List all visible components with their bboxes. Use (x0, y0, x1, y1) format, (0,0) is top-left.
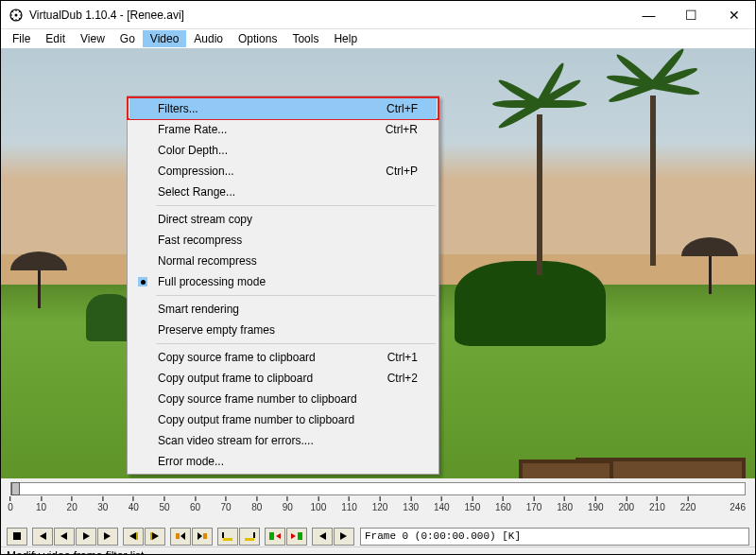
menu-view[interactable]: View (73, 30, 112, 47)
ruler-tick: 190 (588, 496, 604, 512)
seek-start-icon (36, 530, 49, 542)
menuitem-color-depth[interactable]: Color Depth... (129, 140, 437, 161)
timeline-thumb[interactable] (11, 482, 20, 495)
prev-key-button[interactable] (123, 528, 144, 546)
menuitem-label: Normal recompress (158, 254, 257, 268)
ruler-tick: 100 (311, 496, 327, 512)
seek-end-icon (101, 530, 114, 542)
ruler-tick: 10 (36, 496, 46, 512)
prev-drop-icon (316, 530, 329, 542)
menu-go[interactable]: Go (112, 30, 143, 47)
video-preview-area: Filters...Ctrl+FFrame Rate...Ctrl+RColor… (1, 48, 755, 478)
menubar: FileEditViewGoVideoAudioOptionsToolsHelp (1, 29, 755, 48)
menuitem-label: Error mode... (158, 455, 224, 468)
prev-scene-icon (174, 530, 187, 542)
close-button[interactable]: ✕ (713, 1, 755, 28)
menuitem-preserve-empty-frames[interactable]: Preserve empty frames (129, 320, 437, 340)
menuitem-filters[interactable]: Filters...Ctrl+F (129, 98, 437, 119)
prev-drop-button[interactable] (312, 528, 333, 546)
titlebar: VirtualDub 1.10.4 - [Renee.avi] — ☐ ✕ (1, 1, 755, 29)
next-key-button[interactable] (145, 528, 165, 546)
svg-point-1 (15, 13, 18, 16)
mark-in-button[interactable] (217, 528, 238, 546)
next-scene-icon (196, 530, 209, 542)
ruler-tick: 220 (680, 496, 696, 512)
svg-rect-10 (298, 532, 302, 540)
menuitem-label: Smart rendering (158, 303, 239, 316)
menuitem-scan-video-stream-for-errors[interactable]: Scan video stream for errors.... (129, 430, 437, 451)
video-menu-dropdown: Filters...Ctrl+FFrame Rate...Ctrl+RColor… (127, 95, 439, 475)
svg-rect-2 (13, 532, 21, 540)
menuitem-direct-stream-copy[interactable]: Direct stream copy (129, 209, 437, 230)
menu-edit[interactable]: Edit (38, 30, 73, 47)
step-back-icon (58, 530, 71, 542)
timeline-area: 246 010203040506070809010011012013014015… (1, 478, 755, 526)
timeline-ruler: 246 010203040506070809010011012013014015… (10, 496, 746, 520)
menuitem-label: Copy output frame number to clipboard (158, 413, 354, 426)
menu-file[interactable]: File (5, 30, 38, 47)
prev-scene-button[interactable] (170, 528, 191, 546)
menu-help[interactable]: Help (326, 30, 365, 47)
menuitem-smart-rendering[interactable]: Smart rendering (129, 299, 437, 320)
menu-video[interactable]: Video (143, 30, 186, 47)
minimize-button[interactable]: — (627, 1, 670, 28)
menuitem-copy-source-frame-number-to-clipboard[interactable]: Copy source frame number to clipboard (129, 389, 437, 409)
menuitem-shortcut: Ctrl+2 (369, 372, 418, 385)
seek-start-button[interactable] (32, 528, 53, 546)
menuitem-label: Filters... (158, 102, 198, 115)
menu-separator (156, 343, 436, 344)
menu-options[interactable]: Options (231, 30, 284, 47)
frame-display: Frame 0 (0:00:00.000) [K] (360, 528, 749, 546)
seek-end-button[interactable] (97, 528, 118, 546)
svg-rect-3 (136, 532, 138, 540)
maximize-button[interactable]: ☐ (670, 1, 713, 28)
ruler-tick: 170 (526, 496, 542, 512)
menuitem-full-processing-mode[interactable]: Full processing mode (129, 271, 437, 292)
stop-button[interactable] (7, 528, 27, 546)
menuitem-shortcut: Ctrl+1 (369, 351, 418, 364)
menu-audio[interactable]: Audio (186, 30, 231, 47)
ruler-tick: 80 (251, 496, 262, 512)
mark-out-button[interactable] (239, 528, 260, 546)
menuitem-label: Preserve empty frames (158, 323, 275, 337)
radio-indicator-icon (138, 277, 147, 286)
step-fwd-button[interactable] (76, 528, 96, 546)
menuitem-frame-rate[interactable]: Frame Rate...Ctrl+R (129, 119, 437, 140)
menuitem-copy-output-frame-to-clipboard[interactable]: Copy output frame to clipboardCtrl+2 (129, 368, 437, 389)
next-drop-button[interactable] (334, 528, 354, 546)
svg-rect-5 (176, 533, 180, 539)
step-back-button[interactable] (54, 528, 75, 546)
menuitem-label: Direct stream copy (158, 213, 252, 226)
goto-in-button[interactable] (265, 528, 285, 546)
ruler-tick: 210 (649, 496, 665, 512)
next-scene-button[interactable] (192, 528, 213, 546)
svg-rect-7 (223, 538, 232, 541)
ruler-tick: 120 (372, 496, 388, 512)
stop-icon (10, 530, 24, 542)
menuitem-normal-recompress[interactable]: Normal recompress (129, 251, 437, 271)
ruler-tick: 50 (159, 496, 169, 512)
ruler-tick: 110 (341, 496, 357, 512)
menuitem-error-mode[interactable]: Error mode... (129, 451, 437, 472)
menuitem-label: Scan video stream for errors.... (158, 434, 314, 447)
goto-out-button[interactable] (286, 528, 307, 546)
timeline-track[interactable] (10, 482, 746, 495)
ruler-tick: 0 (8, 496, 13, 512)
menuitem-copy-output-frame-number-to-clipboard[interactable]: Copy output frame number to clipboard (129, 409, 437, 430)
mark-out-icon (243, 530, 256, 542)
ruler-tick: 30 (97, 496, 108, 512)
ruler-end-value: 246 (730, 502, 746, 512)
menuitem-compression[interactable]: Compression...Ctrl+P (129, 161, 437, 182)
svg-rect-4 (150, 532, 152, 540)
menu-separator (156, 205, 436, 206)
menu-tools[interactable]: Tools (284, 30, 326, 47)
mark-in-icon (221, 530, 234, 542)
svg-rect-8 (245, 538, 254, 541)
ruler-tick: 90 (283, 496, 293, 512)
menuitem-label: Compression... (158, 165, 234, 178)
goto-out-icon (290, 530, 303, 542)
app-icon (9, 8, 24, 23)
menuitem-select-range[interactable]: Select Range... (129, 182, 437, 202)
menuitem-fast-recompress[interactable]: Fast recompress (129, 230, 437, 251)
menuitem-copy-source-frame-to-clipboard[interactable]: Copy source frame to clipboardCtrl+1 (129, 347, 437, 368)
